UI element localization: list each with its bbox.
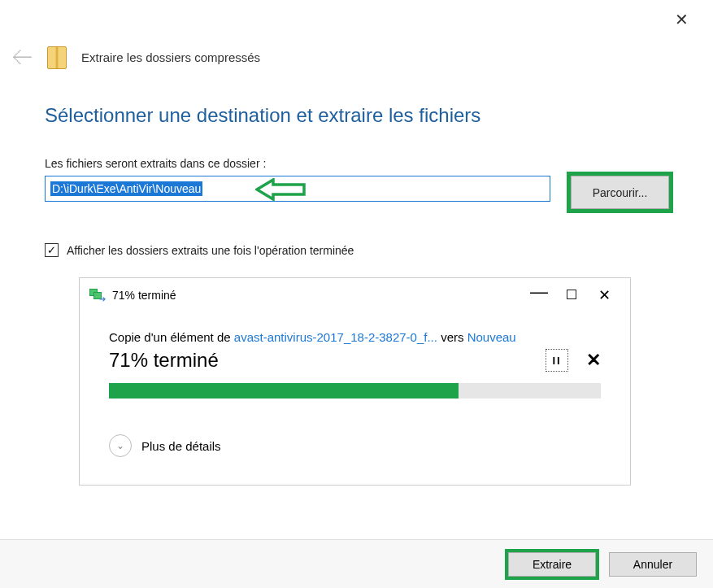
svg-marker-0 [257,180,304,199]
copy-description: Copie d'un élément de avast-antivirus-20… [109,330,601,344]
progress-body: Copie d'un élément de avast-antivirus-20… [80,312,630,457]
browse-button[interactable]: Parcourir... [571,176,669,209]
minimize-button[interactable]: — [523,281,555,303]
cancel-copy-button[interactable]: ✕ [586,350,601,371]
maximize-button[interactable] [555,288,588,303]
browse-highlight: Parcourir... [567,172,673,213]
extract-button[interactable]: Extraire [508,552,596,577]
back-arrow-icon: 🡠 [11,45,33,70]
details-row: ⌄ Plus de détails [109,434,601,457]
percent-text: 71% terminé [109,349,546,372]
extract-highlight: Extraire [505,549,599,580]
percent-row: 71% terminé II ✕ [109,349,601,372]
progress-titlebar: ➔ 71% terminé — ✕ [80,278,630,312]
progress-close-button[interactable]: ✕ [588,286,620,304]
destination-link[interactable]: Nouveau [467,330,516,344]
wizard-title: Extraire les dossiers compressés [81,50,260,64]
progress-bar-fill [109,383,459,399]
destination-path-value: D:\iDurk\Exe\AntiVir\Nouveau [50,181,202,196]
show-extracted-checkbox-row: ✓ Afficher les dossiers extraits une foi… [45,243,354,257]
show-extracted-checkbox[interactable]: ✓ [45,243,59,257]
window-close-button[interactable]: ✕ [668,7,695,33]
destination-label: Les fichiers seront extraits dans ce dos… [45,157,266,170]
copy-icon: ➔ [89,289,104,302]
footer-bar: Extraire Annuler [0,539,713,588]
annotation-arrow-icon [255,178,307,201]
expand-details-button[interactable]: ⌄ [109,434,132,457]
show-extracted-label: Afficher les dossiers extraits une fois … [67,244,354,257]
progress-title: 71% terminé [112,289,523,302]
progress-bar [109,383,601,399]
zip-folder-icon [47,46,67,69]
page-heading: Sélectionner une destination et extraire… [45,104,480,127]
pause-button[interactable]: II [546,349,568,372]
source-link[interactable]: avast-antivirus-2017_18-2-3827-0_f... [234,330,437,344]
wizard-header: 🡠 Extraire les dossiers compressés [11,45,260,70]
progress-dialog: ➔ 71% terminé — ✕ Copie d'un élément de … [79,277,631,486]
details-label: Plus de détails [141,439,221,453]
cancel-button[interactable]: Annuler [609,552,697,577]
